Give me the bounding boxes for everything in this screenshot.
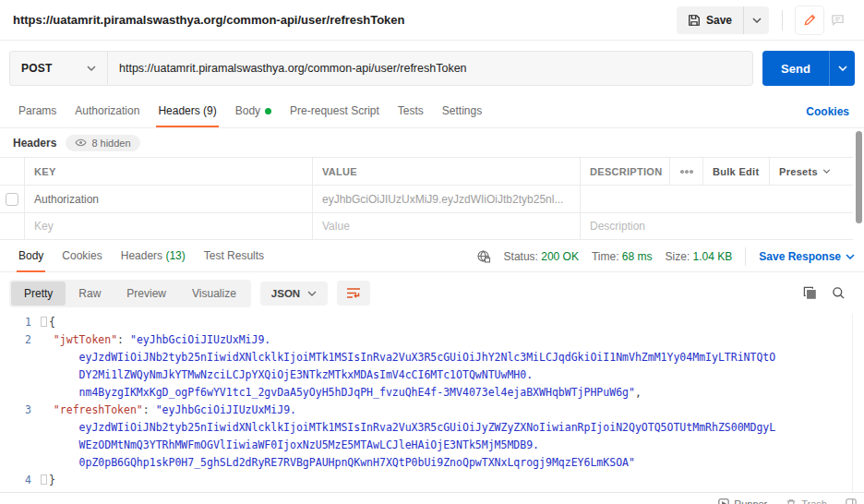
row-checkbox[interactable] [6,193,18,206]
json-string: WEzODMtNmQ3YTRhMWFmOGVlIiwiaWF0IjoxNzU5M… [79,438,540,451]
response-tab-body[interactable]: Body [9,241,53,272]
code-line-content: } [41,472,55,489]
view-tab-pretty[interactable]: Pretty [11,282,66,306]
status-badge: Status: 200 OK [504,250,579,263]
tab-body[interactable]: Body [226,96,281,127]
tab-pre-request-script[interactable]: Pre-request Script [281,96,389,127]
header-description-cell[interactable]: Description [580,213,853,239]
header-key-cell[interactable]: Authorization [24,186,312,212]
save-response-button[interactable]: Save Response [745,247,855,266]
send-options-button[interactable] [829,51,855,86]
network-globe-icon[interactable] [476,249,491,264]
request-title: https://uatamrit.piramalswasthya.org/com… [13,13,677,27]
trash-icon [786,498,797,504]
view-tab-raw[interactable]: Raw [66,282,114,306]
line-number: 4 [0,472,41,489]
tab-authorization[interactable]: Authorization [66,96,149,127]
code-line-content: WEzODMtNmQ3YTRhMWFmOGVlIiwiaWF0IjoxNzU5M… [41,437,539,454]
header-value-cell[interactable]: eyJhbGciOiJIUzUxMiJ9.eyJzdWIiOiJtb2tyb25… [312,186,580,212]
json-punctuation: : [117,333,130,346]
response-status-cluster: Status: 200 OK Time: 68 ms Size: 1.04 KB… [476,247,855,266]
save-button-label: Save [706,14,732,27]
row-checkbox-cell [0,213,24,239]
json-punctuation: , [635,386,642,399]
chevron-down-icon [307,291,317,296]
tab-settings[interactable]: Settings [433,96,491,127]
tab-headers-9-[interactable]: Headers (9) [149,96,225,127]
json-string: 0pZ0pB6GQhp1skP0H7_5ghSLd2dRyRE7RVBgPAUH… [79,456,635,469]
view-tab-visualize[interactable]: Visualize [179,282,249,306]
line-number [0,419,41,437]
save-response-label: Save Response [759,250,841,263]
bulk-edit-button[interactable]: Bulk Edit [702,158,769,185]
postman-window: https://uatamrit.piramalswasthya.org/com… [0,0,864,504]
line-number [0,384,41,402]
code-line: 3 "refreshToken": "eyJhbGciOiJIUzUxMiJ9. [0,402,851,419]
code-line-content: 0pZ0pB6GQhp1skP0H7_5ghSLd2dRyRE7RVBgPAUH… [41,454,635,472]
code-line-content: DY2Mi1lZWQyNmJkYTMwNzciLCJpYXQiOjE3NTkzM… [41,366,533,384]
code-line: eyJzdWIiOiJNb2tyb25nIiwidXNlcklkIjoiMTk1… [0,419,851,437]
code-line: 2 "jwtToken": "eyJhbGciOiJIUzUxMiJ9. [0,331,851,349]
comments-button[interactable] [823,6,851,34]
response-tab-headers[interactable]: Headers (13) [112,241,195,272]
presets-dropdown[interactable]: Presets [769,158,853,185]
headers-panel-title: Headers [13,137,56,150]
runner-label: Runner [734,498,767,504]
line-number [0,349,41,366]
chevron-down-icon [87,66,96,71]
line-number: 3 [0,402,41,419]
scrollbar-thumb[interactable] [856,131,862,223]
line-number [0,366,41,384]
runner-button[interactable]: Runner [718,498,767,504]
json-string: eyJzdWIiOiJNb2tyb25nIiwidXNlcklkIjoiMTk1… [79,351,776,364]
request-url-bar: POST Send [0,41,864,96]
url-input[interactable] [107,51,753,86]
tab-params[interactable]: Params [9,96,66,127]
code-line: WEzODMtNmQ3YTRhMWFmOGVlIiwiaWF0IjoxNzU5M… [0,437,851,454]
save-icon [688,14,701,27]
response-viewer-toolbar: PrettyRawPreviewVisualize JSON [0,272,864,314]
copy-icon[interactable] [803,286,817,300]
view-mode-segmented-control: PrettyRawPreviewVisualize [9,280,251,307]
code-line-content: { [41,314,55,331]
editor-scrollbar-track[interactable] [852,314,864,492]
view-tab-preview[interactable]: Preview [114,282,179,306]
code-line: nm4ByzgIKMxKgD_ogPf6wYV1tc1_2gvDaA5yOyH5… [0,384,851,402]
tab-tests[interactable]: Tests [389,96,433,127]
fold-marker-icon[interactable] [41,474,47,485]
header-description-cell[interactable] [580,186,853,212]
header-value-cell[interactable]: Value [312,213,580,239]
json-string: DY2Mi1lZWQyNmJkYTMwNzciLCJpYXQiOjE3NTkzM… [79,368,534,381]
save-button-group: Save [677,6,769,34]
save-options-button[interactable] [743,6,769,34]
edit-request-button[interactable] [796,6,823,34]
trash-button[interactable]: Trash [786,498,827,504]
fold-marker-icon[interactable] [41,317,47,327]
hidden-headers-toggle[interactable]: 8 hidden [66,135,139,151]
response-tab-test-results[interactable]: Test Results [195,241,273,272]
send-button[interactable]: Send [762,51,829,86]
cookies-link[interactable]: Cookies [806,105,855,118]
code-line-content: "jwtToken": "eyJhbGciOiJIUzUxMiJ9. [41,331,270,349]
json-string: "eyJhbGciOiJIUzUxMiJ9. [156,403,296,416]
method-selector[interactable]: POST [9,51,107,86]
chevron-down-icon [752,18,762,23]
tab-count-badge: (13) [162,249,186,262]
header-key-cell[interactable]: Key [24,213,312,239]
runner-icon [718,498,729,504]
json-string: "eyJhbGciOiJIUzUxMiJ9. [130,333,270,346]
json-string: eyJzdWIiOiJNb2tyb25nIiwidXNlcklkIjoiMTk1… [79,421,776,434]
json-punctuation: { [49,316,55,329]
json-string: nm4ByzgIKMxKgD_ogPf6wYV1tc1_2gvDaA5yOyH5… [79,386,635,399]
presets-label: Presets [779,166,818,177]
code-line: 4} [0,472,851,489]
format-dropdown[interactable]: JSON [260,282,328,306]
panel-toggle-icon[interactable] [846,498,857,504]
more-options-icon[interactable] [669,158,702,185]
wrap-lines-button[interactable] [337,281,370,306]
response-tab-cookies[interactable]: Cookies [53,241,111,272]
response-body-editor[interactable]: 1{2 "jwtToken": "eyJhbGciOiJIUzUxMiJ9. e… [0,314,851,492]
save-button[interactable]: Save [677,6,743,34]
search-icon[interactable] [832,286,846,300]
format-label: JSON [271,288,300,299]
